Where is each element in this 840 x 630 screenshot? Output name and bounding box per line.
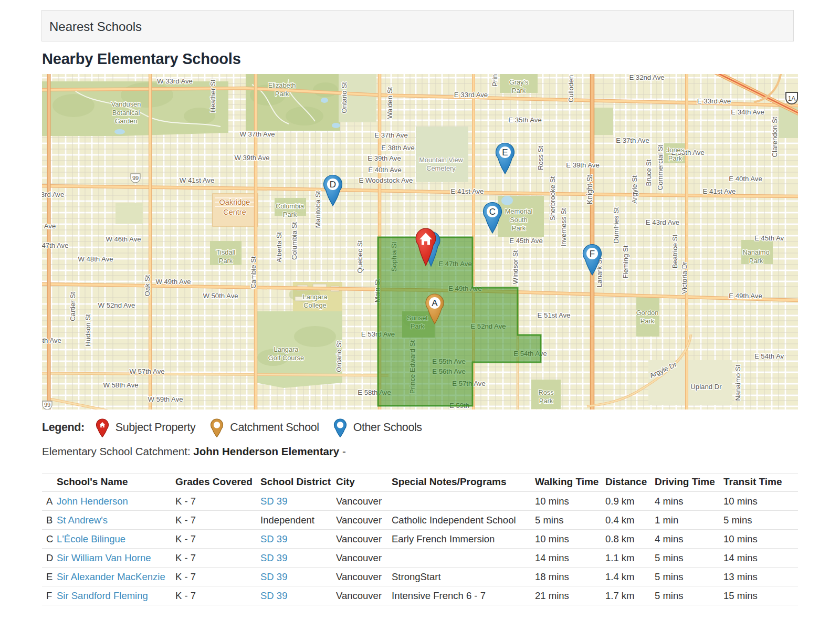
svg-text:Park: Park — [668, 154, 682, 162]
svg-text:Golf Course: Golf Course — [268, 354, 304, 362]
svg-text:99: 99 — [44, 402, 50, 408]
svg-text:Columbia St: Columbia St — [290, 222, 298, 260]
svg-text:E 49th Ave: E 49th Ave — [729, 292, 762, 300]
svg-text:W 58th Ave: W 58th Ave — [103, 381, 138, 389]
svg-text:F: F — [590, 249, 595, 259]
svg-text:E 37th Ave: E 37th Ave — [374, 131, 408, 139]
svg-text:W 59th Ave: W 59th Ave — [148, 395, 183, 403]
svg-text:Cambie St: Cambie St — [249, 256, 257, 289]
svg-text:E Woodstock Ave: E Woodstock Ave — [359, 176, 413, 184]
svg-text:Bruce St: Bruce St — [645, 159, 653, 186]
svg-text:Park: Park — [283, 211, 297, 218]
svg-text:Oak St: Oak St — [143, 275, 151, 297]
svg-text:Ross: Ross — [538, 388, 553, 396]
svg-text:Beatrice St: Beatrice St — [671, 234, 679, 268]
svg-text:W 46th Ave: W 46th Ave — [106, 235, 141, 243]
svg-text:Inverness St: Inverness St — [560, 208, 568, 247]
svg-text:Park: Park — [219, 257, 233, 265]
svg-text:Dumfries St: Dumfries St — [612, 207, 620, 243]
svg-text:Elizabeth: Elizabeth — [268, 81, 296, 89]
svg-text:Park: Park — [539, 397, 553, 405]
svg-text:E 38th Ave: E 38th Ave — [381, 144, 415, 152]
svg-text:E 54th Av: E 54th Av — [754, 352, 784, 360]
svg-text:W 48th Ave: W 48th Ave — [78, 255, 113, 263]
svg-text:W 39th Ave: W 39th Ave — [234, 154, 269, 162]
svg-text:E 51st Ave: E 51st Ave — [538, 311, 571, 319]
svg-text:E: E — [502, 148, 508, 158]
svg-text:Langara: Langara — [303, 293, 328, 301]
svg-text:Alberta St: Alberta St — [275, 232, 283, 262]
svg-text:Columbia: Columbia — [276, 202, 304, 210]
svg-text:E 40th Ave: E 40th Ave — [368, 166, 402, 174]
svg-text:Nanaimo St: Nanaimo St — [734, 364, 742, 401]
svg-text:W 41st Ave: W 41st Ave — [180, 176, 214, 184]
svg-text:Ave: Ave — [44, 222, 56, 230]
svg-text:Ontario St: Ontario St — [340, 82, 348, 113]
svg-text:Fleming St: Fleming St — [622, 245, 629, 278]
svg-text:E 33rd Ave: E 33rd Ave — [454, 91, 488, 99]
svg-text:Culloden St: Culloden St — [567, 74, 575, 102]
svg-text:Gordon: Gordon — [636, 309, 659, 317]
svg-text:E 43rd Ave: E 43rd Ave — [646, 218, 679, 226]
svg-text:E 34th Ave: E 34th Ave — [731, 108, 764, 116]
svg-text:W 49th Ave: W 49th Ave — [155, 278, 191, 286]
svg-text:Centre: Centre — [223, 208, 246, 216]
svg-text:47th Ave: 47th Ave — [42, 242, 69, 249]
svg-text:Botanical: Botanical — [112, 109, 140, 117]
svg-text:D: D — [330, 180, 336, 190]
svg-text:Upland Dr: Upland Dr — [690, 383, 722, 391]
svg-text:Gray's: Gray's — [509, 78, 529, 86]
svg-text:E 41st Ave: E 41st Ave — [703, 187, 736, 195]
svg-text:Memorial: Memorial — [505, 207, 533, 215]
svg-text:Victoria Dr: Victoria Dr — [680, 261, 688, 294]
svg-text:E 40th Ave: E 40th Ave — [729, 175, 762, 183]
svg-text:E 39th Ave: E 39th Ave — [566, 161, 600, 169]
svg-text:3rd Ave: 3rd Ave — [42, 191, 64, 198]
svg-text:W 37th Ave: W 37th Ave — [239, 130, 275, 138]
svg-text:4th Ave: 4th Ave — [42, 337, 61, 344]
svg-text:E 33rd Ave: E 33rd Ave — [697, 97, 731, 105]
svg-text:Mountain View: Mountain View — [419, 156, 463, 164]
svg-text:Garden: Garden — [115, 117, 138, 125]
svg-text:W 52nd Ave: W 52nd Ave — [98, 301, 135, 309]
svg-text:Jones: Jones — [666, 146, 684, 154]
svg-text:E 32nd Ave: E 32nd Ave — [629, 74, 664, 81]
svg-text:Cemetery: Cemetery — [426, 164, 456, 172]
svg-text:Sherbrooke St: Sherbrooke St — [549, 176, 556, 221]
svg-text:W 50th Ave: W 50th Ave — [203, 292, 238, 300]
svg-text:Commercial St: Commercial St — [656, 144, 664, 190]
svg-text:E 39th Ave: E 39th Ave — [368, 154, 401, 162]
svg-text:A: A — [432, 298, 438, 308]
svg-text:Clarendon St: Clarendon St — [771, 117, 779, 157]
svg-text:1A: 1A — [788, 95, 796, 102]
svg-text:Vandusen: Vandusen — [111, 100, 141, 108]
svg-text:Ross St: Ross St — [537, 146, 544, 171]
svg-text:Cartier St: Cartier St — [69, 292, 77, 321]
svg-text:Ontario St: Ontario St — [335, 341, 343, 372]
svg-text:C: C — [489, 207, 496, 217]
svg-text:E 37th Ave: E 37th Ave — [616, 136, 649, 144]
svg-text:E 45th Av: E 45th Av — [754, 234, 784, 242]
svg-text:Walden St: Walden St — [386, 87, 394, 119]
svg-text:W 33rd Ave: W 33rd Ave — [157, 77, 193, 85]
svg-text:Windsor St: Windsor St — [511, 250, 519, 284]
svg-text:Park: Park — [640, 317, 655, 325]
svg-text:Park: Park — [512, 224, 526, 232]
svg-text:Hudson St: Hudson St — [84, 314, 92, 346]
svg-text:South: South — [510, 216, 527, 224]
svg-text:99: 99 — [132, 175, 139, 181]
svg-text:Oakridge: Oakridge — [219, 198, 250, 206]
svg-text:Manitoba St: Manitoba St — [314, 191, 322, 228]
svg-text:Knight St: Knight St — [586, 175, 594, 204]
svg-text:College: College — [303, 301, 326, 309]
svg-text:W 57th Ave: W 57th Ave — [129, 368, 164, 375]
svg-text:Langara: Langara — [274, 345, 299, 353]
svg-text:E 41st Ave: E 41st Ave — [451, 187, 484, 195]
svg-text:E 35th Ave: E 35th Ave — [508, 116, 542, 124]
svg-text:Prin: Prin — [491, 74, 499, 86]
svg-text:E 45th Ave: E 45th Ave — [509, 237, 543, 245]
svg-text:Nanaimo: Nanaimo — [742, 248, 769, 256]
svg-text:Tisdall: Tisdall — [216, 248, 236, 256]
svg-text:Argyle St: Argyle St — [631, 175, 638, 204]
svg-text:Park: Park — [512, 87, 526, 94]
